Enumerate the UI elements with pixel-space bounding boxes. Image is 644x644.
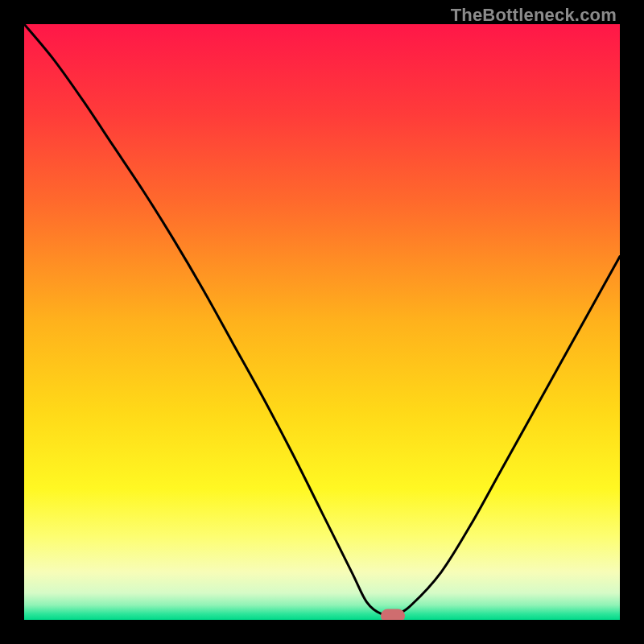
plot-area <box>24 24 620 620</box>
optimal-point-marker <box>381 609 405 620</box>
chart-frame: TheBottleneck.com <box>0 0 644 644</box>
bottleneck-curve <box>24 24 620 620</box>
watermark-text: TheBottleneck.com <box>451 5 617 26</box>
